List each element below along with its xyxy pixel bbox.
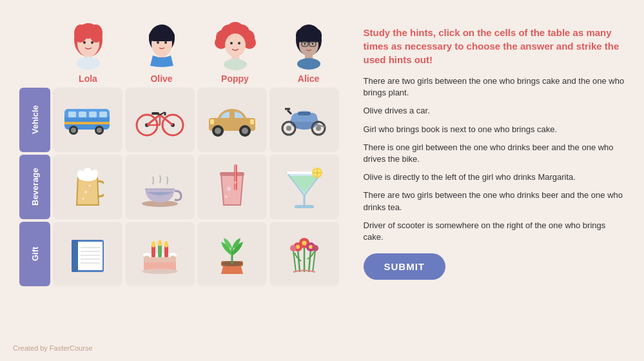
svg-rect-93 bbox=[295, 205, 314, 208]
bicycle-icon bbox=[134, 96, 186, 144]
svg-point-112 bbox=[151, 241, 155, 248]
row-label-gift: Gift bbox=[19, 222, 50, 286]
svg-point-76 bbox=[316, 126, 321, 131]
svg-line-71 bbox=[288, 110, 291, 114]
avatar-alice bbox=[283, 19, 335, 71]
bus-icon bbox=[62, 96, 113, 144]
hint-5: Olive is directly to the left of the gir… bbox=[364, 171, 625, 183]
svg-line-119 bbox=[298, 249, 300, 272]
grid-cell-vehicle-olive[interactable] bbox=[125, 88, 195, 152]
grid-cell-vehicle-alice[interactable] bbox=[269, 88, 339, 152]
svg-point-24 bbox=[225, 34, 246, 57]
svg-rect-68 bbox=[210, 119, 214, 124]
grid-cell-gift-olive[interactable] bbox=[125, 222, 195, 286]
grid-cell-beverage-olive[interactable] bbox=[125, 155, 195, 219]
svg-rect-101 bbox=[78, 242, 102, 270]
footer-credit: Created by FasterCourse bbox=[13, 344, 93, 352]
soda-icon bbox=[206, 163, 258, 211]
avatar-poppy bbox=[210, 19, 261, 71]
svg-point-48 bbox=[97, 128, 102, 133]
car-icon bbox=[206, 96, 258, 144]
left-panel: Lola bbox=[19, 19, 344, 342]
beer-icon bbox=[62, 163, 113, 211]
margarita-icon bbox=[278, 163, 330, 211]
svg-rect-67 bbox=[250, 119, 254, 124]
svg-rect-42 bbox=[79, 112, 86, 117]
svg-point-79 bbox=[77, 170, 84, 177]
character-poppy: Poppy bbox=[200, 19, 271, 84]
grid-cell-beverage-lola[interactable] bbox=[53, 155, 122, 219]
hint-3: Girl who brings book is next to one who … bbox=[364, 124, 625, 135]
right-panel: Study the hints, click on the cells of t… bbox=[364, 19, 625, 342]
svg-point-25 bbox=[230, 42, 233, 44]
main-container: Lola bbox=[6, 6, 638, 355]
svg-point-36 bbox=[311, 43, 313, 45]
svg-point-84 bbox=[82, 197, 84, 199]
hint-2: Olive drives a car. bbox=[364, 105, 625, 117]
svg-point-89 bbox=[227, 187, 231, 191]
svg-point-15 bbox=[164, 41, 167, 44]
character-alice: Alice bbox=[273, 19, 344, 84]
grid-cell-vehicle-poppy[interactable] bbox=[197, 88, 267, 152]
svg-rect-100 bbox=[72, 240, 78, 272]
row-label-vehicle: Vehicle bbox=[19, 88, 50, 152]
svg-rect-86 bbox=[220, 172, 244, 176]
svg-point-80 bbox=[84, 168, 92, 175]
svg-point-46 bbox=[71, 128, 76, 133]
grid-cell-gift-alice[interactable] bbox=[269, 222, 339, 286]
svg-rect-13 bbox=[149, 31, 175, 41]
book-icon bbox=[62, 230, 113, 278]
svg-rect-88 bbox=[235, 164, 236, 190]
grid-row-vehicle: Vehicle bbox=[19, 88, 344, 152]
grid-row-gift: Gift bbox=[19, 222, 344, 286]
svg-point-38 bbox=[297, 58, 320, 70]
svg-rect-43 bbox=[89, 112, 97, 117]
character-name-olive: Olive bbox=[150, 73, 172, 84]
svg-point-131 bbox=[312, 245, 318, 251]
hint-4: There is one girl between the one who dr… bbox=[364, 142, 625, 165]
svg-point-114 bbox=[164, 241, 168, 248]
svg-rect-16 bbox=[158, 54, 166, 57]
avatar-olive bbox=[136, 19, 188, 71]
svg-point-81 bbox=[92, 170, 98, 176]
cake-icon bbox=[134, 230, 186, 278]
avatar-lola bbox=[63, 19, 114, 71]
svg-line-121 bbox=[309, 249, 311, 272]
hint-6: There are two girls between the one who … bbox=[364, 190, 625, 213]
character-name-poppy: Poppy bbox=[221, 73, 249, 84]
grid-cell-gift-lola[interactable] bbox=[53, 222, 122, 286]
svg-point-74 bbox=[286, 126, 291, 131]
svg-point-35 bbox=[304, 43, 306, 45]
grid-cell-vehicle-lola[interactable] bbox=[53, 88, 122, 152]
submit-button[interactable]: SUBMIT bbox=[364, 253, 446, 280]
svg-rect-70 bbox=[298, 112, 311, 115]
puzzle-grid: Vehicle bbox=[19, 88, 344, 286]
instructions-title: Study the hints, click on the cells of t… bbox=[364, 26, 625, 66]
svg-rect-61 bbox=[151, 112, 159, 115]
grid-row-beverage: Beverage bbox=[19, 155, 344, 219]
grid-cell-beverage-alice[interactable] bbox=[269, 155, 339, 219]
character-name-alice: Alice bbox=[298, 73, 319, 84]
svg-point-90 bbox=[234, 181, 237, 184]
character-olive: Olive bbox=[126, 19, 197, 84]
svg-point-66 bbox=[242, 128, 248, 134]
scooter-icon bbox=[278, 96, 330, 144]
grid-cell-beverage-poppy[interactable] bbox=[197, 155, 267, 219]
hint-7: Driver of scooter is somewhere on the ri… bbox=[364, 220, 625, 243]
svg-point-113 bbox=[158, 240, 162, 246]
svg-point-28 bbox=[224, 59, 247, 70]
svg-point-91 bbox=[225, 195, 228, 198]
svg-point-9 bbox=[77, 57, 100, 70]
grid-cell-gift-poppy[interactable] bbox=[197, 222, 267, 286]
flowers-icon bbox=[278, 230, 330, 278]
svg-rect-31 bbox=[296, 28, 322, 43]
character-name-lola: Lola bbox=[79, 73, 97, 84]
svg-point-64 bbox=[215, 128, 221, 134]
svg-rect-44 bbox=[99, 112, 107, 117]
character-lola: Lola bbox=[53, 19, 124, 84]
svg-point-26 bbox=[238, 42, 240, 44]
svg-point-7 bbox=[91, 41, 93, 44]
svg-point-5 bbox=[81, 23, 96, 39]
svg-rect-41 bbox=[68, 112, 76, 117]
svg-point-82 bbox=[84, 191, 87, 193]
